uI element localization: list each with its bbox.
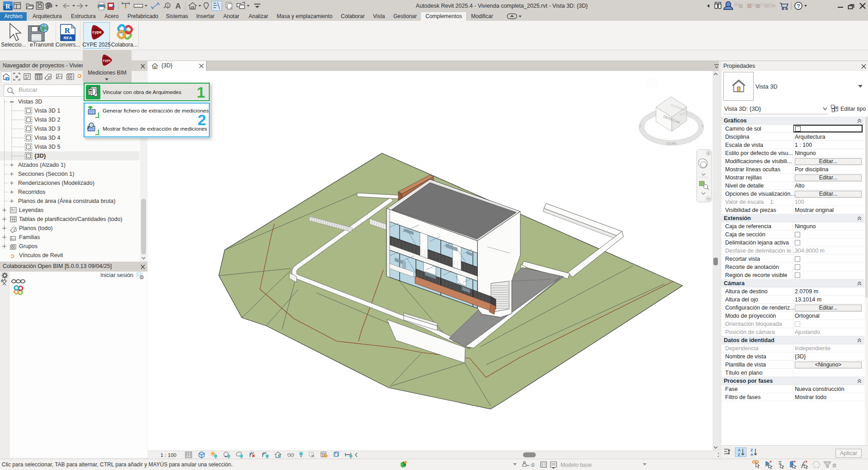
svg-text:Z: Z (750, 448, 753, 452)
svg-text:Modelo base: Modelo base (561, 462, 592, 468)
svg-text:A: A (175, 2, 181, 10)
svg-text:cype: cype (92, 30, 101, 35)
svg-text:?: ? (797, 3, 800, 9)
svg-text:Convers...: Convers... (56, 42, 80, 48)
svg-text:R: R (5, 3, 10, 10)
svg-text:1 : 100: 1 : 100 (160, 452, 176, 458)
svg-text:1: 1 (166, 4, 169, 8)
svg-text:Seleccio...: Seleccio... (1, 42, 26, 48)
svg-text:RFA: RFA (64, 35, 72, 40)
svg-text:A: A (738, 448, 741, 452)
svg-text:cype: cype (103, 59, 111, 62)
svg-text:CYPE 2025: CYPE 2025 (82, 42, 111, 48)
svg-text:[SUR]: [SUR] (666, 141, 676, 146)
svg-text::0: :0 (832, 463, 836, 468)
svg-text:A: A (750, 452, 753, 457)
svg-text:Colabora...: Colabora... (111, 42, 138, 48)
svg-text:R: R (65, 26, 71, 35)
svg-text:eTransmit: eTransmit (30, 42, 54, 48)
svg-text:Z: Z (738, 452, 740, 457)
svg-text::0: :0 (530, 462, 534, 468)
